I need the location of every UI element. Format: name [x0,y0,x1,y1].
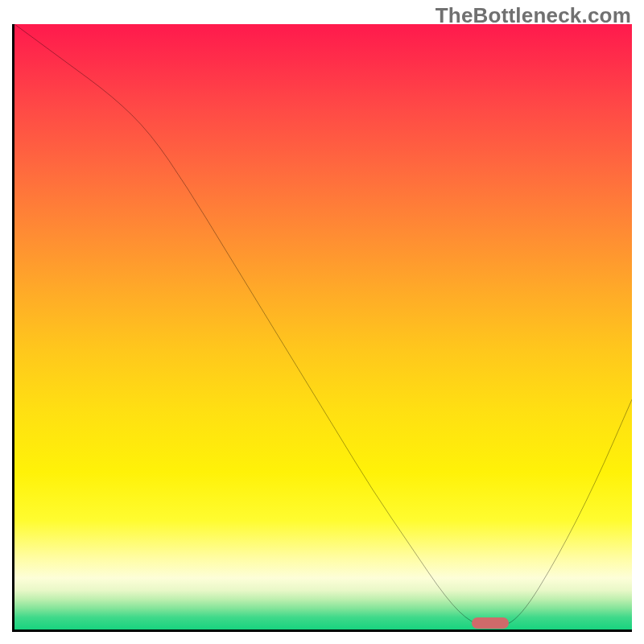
plot-area [12,24,632,632]
chart-stage: TheBottleneck.com [0,0,644,644]
watermark-text: TheBottleneck.com [436,3,631,28]
optimum-marker [472,617,509,629]
bottleneck-curve [14,24,632,630]
